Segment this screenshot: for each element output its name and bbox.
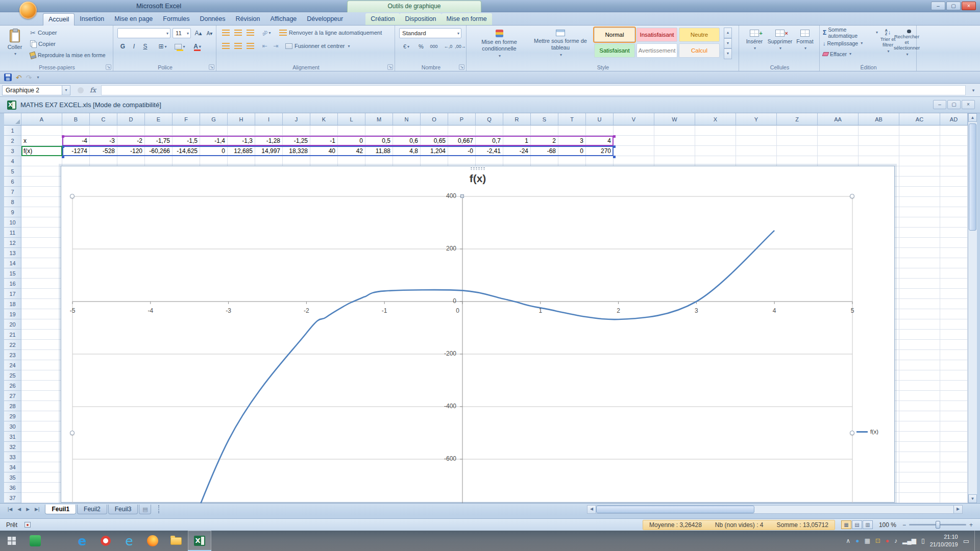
zoom-slider-thumb[interactable] [936, 521, 940, 529]
scroll-up-button[interactable]: ▲ [968, 113, 977, 122]
row-header-6[interactable]: 6 [4, 177, 21, 187]
column-header-S[interactable]: S [531, 113, 558, 126]
copy-button[interactable]: Copier [29, 39, 57, 49]
column-header-T[interactable]: T [558, 113, 586, 126]
sheet-tab-feuil3[interactable]: Feuil3 [108, 505, 138, 514]
cell-S3[interactable]: -68 [531, 146, 558, 156]
row-header-24[interactable]: 24 [4, 360, 21, 370]
column-header-A[interactable]: A [21, 113, 62, 126]
cell-K2[interactable]: -1 [310, 136, 337, 146]
insert-cells-button[interactable]: + Insérer ▾ [742, 27, 767, 63]
column-header-O[interactable]: O [421, 113, 448, 126]
row-header-10[interactable]: 10 [4, 217, 21, 228]
cell-N3[interactable]: 4,8 [393, 146, 420, 156]
name-box[interactable]: Graphique 2 [2, 85, 62, 95]
column-header-Q[interactable]: Q [476, 113, 503, 126]
cell-T3[interactable]: 0 [558, 146, 585, 156]
cell-G3[interactable]: 0 [200, 146, 227, 156]
cell-S2[interactable]: 2 [531, 136, 558, 146]
column-header-X[interactable]: X [695, 113, 736, 126]
row-header-9[interactable]: 9 [4, 207, 21, 217]
row-header-34[interactable]: 34 [4, 462, 21, 472]
column-header-AD[interactable]: AD [940, 113, 968, 126]
scroll-down-button[interactable]: ▼ [968, 494, 977, 503]
horizontal-scrollbar[interactable]: ◀ ▶ [587, 505, 963, 514]
clear-button[interactable]: Effacer ▾ [822, 49, 878, 59]
app-close-button[interactable]: × [962, 2, 976, 10]
cell-Q3[interactable]: -2,41 [476, 146, 503, 156]
cell-J3[interactable]: 18,328 [283, 146, 310, 156]
tray-app-grid[interactable]: ▦ [864, 538, 870, 544]
app-minimize-button[interactable]: – [931, 2, 945, 10]
name-box-dropdown[interactable]: ▾ [62, 85, 70, 95]
row-header-31[interactable]: 31 [4, 432, 21, 442]
format-painter-button[interactable]: Reproduire la mise en forme [29, 50, 107, 60]
shrink-font-button[interactable]: A▾ [204, 28, 215, 38]
column-header-J[interactable]: J [283, 113, 310, 126]
cell-G2[interactable]: -1,4 [200, 136, 227, 146]
cell-L3[interactable]: 42 [338, 146, 365, 156]
cell-D2[interactable]: -2 [117, 136, 144, 146]
cell-R2[interactable]: 1 [503, 136, 530, 146]
sheet-tab-feuil1[interactable]: Feuil1 [45, 505, 76, 514]
insert-sheet-tab[interactable]: ▤ [139, 505, 151, 514]
workbook-close-button[interactable]: × [962, 100, 975, 109]
column-header-I[interactable]: I [255, 113, 283, 126]
row-header-11[interactable]: 11 [4, 228, 21, 238]
select-all-corner[interactable] [4, 113, 21, 126]
page-break-view-button[interactable]: ▥ [863, 520, 873, 529]
column-header-Y[interactable]: Y [736, 113, 777, 126]
row-header-19[interactable]: 19 [4, 309, 21, 319]
align-bottom-button[interactable] [245, 28, 256, 38]
scroll-right-button[interactable]: ▶ [953, 506, 962, 513]
cell-A2[interactable]: x [21, 136, 62, 146]
column-header-AB[interactable]: AB [859, 113, 899, 126]
workbook-minimize-button[interactable]: – [933, 100, 946, 109]
orientation-button[interactable]: ab ▾ [259, 28, 274, 38]
chart-legend[interactable]: f(x) [856, 429, 878, 435]
number-format-select[interactable]: Standard ▾ [399, 28, 461, 38]
vertical-scrollbar[interactable]: ▲ ▼ [968, 113, 977, 503]
fill-button[interactable]: ↓ Remplissage ▾ [822, 38, 878, 48]
cell-P2[interactable]: 0,667 [448, 136, 475, 146]
selection-handle[interactable] [850, 194, 854, 198]
spreadsheet-grid[interactable]: f(x) f(x) 4002000-200-400-600-5-4-3-2-10… [4, 113, 968, 503]
cell-F3[interactable]: -14,625 [173, 146, 200, 156]
zoom-in-button[interactable]: + [969, 521, 973, 529]
bold-button[interactable]: G [117, 41, 128, 52]
underline-button[interactable]: S [140, 41, 151, 52]
axis-selection-handle[interactable] [460, 194, 464, 198]
battery-icon[interactable]: ▯ [921, 538, 925, 544]
row-header-29[interactable]: 29 [4, 411, 21, 421]
cell-D3[interactable]: -120 [117, 146, 144, 156]
row-header-28[interactable]: 28 [4, 401, 21, 411]
tray-app-red[interactable]: ● [886, 538, 889, 544]
column-header-H[interactable]: H [228, 113, 255, 126]
cell-style-normal[interactable]: Normal [594, 28, 635, 42]
zoom-slider[interactable]: − + [902, 521, 973, 529]
cell-L2[interactable]: 0 [338, 136, 365, 146]
taskbar-start-button[interactable] [0, 531, 23, 551]
tray-app-blue[interactable]: ● [855, 538, 859, 544]
autosum-button[interactable]: Σ Somme automatique ▾ [822, 28, 878, 37]
taskbar-file-explorer[interactable] [164, 531, 188, 551]
taskbar-clock[interactable]: 21:10 21/10/2019 [930, 533, 958, 548]
taskbar-excel[interactable] [188, 531, 211, 551]
tray-app-dice[interactable]: ⊡ [875, 538, 880, 544]
column-header-B[interactable]: B [62, 113, 90, 126]
cell-P3[interactable]: -0 [448, 146, 475, 156]
taskbar-internet-explorer[interactable]: e [117, 531, 141, 551]
column-header-M[interactable]: M [365, 113, 393, 126]
taskbar-mail[interactable] [47, 531, 70, 551]
cell-M3[interactable]: 11,88 [365, 146, 393, 156]
cell-A3[interactable]: f(x) [21, 146, 62, 156]
gallery-expand-button[interactable]: ▼ [724, 48, 732, 59]
align-middle-button[interactable] [233, 28, 243, 38]
cell-I3[interactable]: 14,997 [255, 146, 282, 156]
row-header-27[interactable]: 27 [4, 391, 21, 401]
row-header-3[interactable]: 3 [4, 146, 21, 156]
cell-M2[interactable]: 0,5 [365, 136, 393, 146]
formula-input[interactable] [101, 85, 966, 95]
row-header-18[interactable]: 18 [4, 299, 21, 309]
first-sheet-button[interactable]: |◀ [5, 507, 15, 512]
